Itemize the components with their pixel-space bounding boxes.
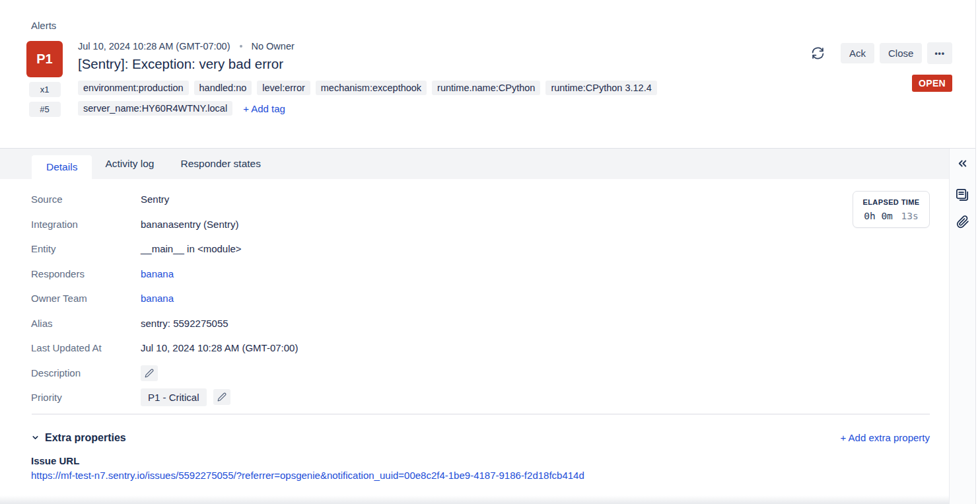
paperclip-icon [956,215,969,229]
field-value: Sentry [141,194,169,205]
field-value: sentry: 5592275055 [141,318,228,329]
tag-chip[interactable]: runtime:CPython 3.12.4 [545,81,656,95]
responders-link[interactable]: banana [141,268,174,279]
add-extra-property-link[interactable]: + Add extra property [841,432,930,443]
elapsed-seconds: 13s [901,211,919,221]
tag-chip[interactable]: mechanism:excepthook [316,81,427,95]
tag-list: environment:production handled:no level:… [78,81,657,116]
attachments-panel-button[interactable] [956,215,969,229]
field-row-alias: Alias sentry: 5592275055 [31,316,930,331]
notes-panel-button[interactable] [955,188,970,203]
breadcrumb[interactable]: Alerts [31,20,56,31]
elapsed-minutes: 0m [881,211,892,221]
field-label: Alias [31,318,141,329]
notes-icon [955,188,970,203]
alert-meta: Jul 10, 2024 10:28 AM (GMT-07:00) No Own… [78,41,657,52]
tag-chip[interactable]: level:error [257,81,310,95]
pencil-icon [145,369,154,378]
field-row-source: Source Sentry [31,192,930,207]
tag-chip[interactable]: runtime.name:CPython [432,81,540,95]
collapse-panel-button[interactable] [956,157,969,170]
field-label: Source [31,194,141,205]
elapsed-hours: 0h [864,211,875,221]
field-row-responders: Responders banana [31,266,930,281]
close-button[interactable]: Close [880,43,922,63]
field-row-entity: Entity __main__ in <module> [31,241,930,256]
field-label: Entity [31,243,141,254]
field-label: Priority [31,392,141,403]
alert-owner: No Owner [252,41,295,52]
alert-header: Alerts P1 x1 #5 Jul 10, 2024 10:28 AM (G… [0,0,980,149]
field-row-priority: Priority P1 - Critical [31,388,930,406]
field-value: Jul 10, 2024 10:28 AM (GMT-07:00) [141,342,298,353]
elapsed-time-label: ELAPSED TIME [858,198,924,206]
field-label: Owner Team [31,293,141,304]
priority-value-chip: P1 - Critical [141,388,207,406]
tab-details[interactable]: Details [32,155,92,179]
refresh-icon[interactable] [811,46,825,60]
section-divider [32,414,930,415]
field-row-last-updated: Last Updated At Jul 10, 2024 10:28 AM (G… [31,340,930,355]
right-rail [949,149,975,504]
owner-team-link[interactable]: banana [141,293,174,304]
field-row-owner-team: Owner Team banana [31,291,930,306]
add-tag-link[interactable]: + Add tag [243,103,285,114]
dot-separator [240,45,242,48]
tab-responder-states[interactable]: Responder states [167,149,274,179]
edit-priority-button[interactable] [213,389,230,405]
field-label: Description [31,367,141,378]
double-chevron-left-icon [956,157,969,170]
field-row-integration: Integration bananasentry (Sentry) [31,217,930,232]
extra-properties-toggle[interactable]: Extra properties [31,432,126,444]
tag-chip[interactable]: environment:production [78,81,189,95]
alert-title: [Sentry]: Exception: very bad error [78,56,657,72]
field-label: Last Updated At [31,342,141,353]
elapsed-time-value: 0h 0m 13s [858,211,924,221]
tag-chip[interactable]: handled:no [194,81,252,95]
field-value: __main__ in <module> [141,243,242,254]
scrollbar-gutter[interactable] [975,0,980,504]
field-label: Responders [31,268,141,279]
elapsed-time-box: ELAPSED TIME 0h 0m 13s [853,191,930,228]
extra-properties-title: Extra properties [45,432,126,444]
scroll-fade [0,495,949,504]
issue-url-link[interactable]: https://mf-test-n7.sentry.io/issues/5592… [31,470,930,481]
chevron-down-icon [31,433,40,442]
issue-url-label: Issue URL [31,455,930,466]
tab-activity-log[interactable]: Activity log [92,149,167,179]
status-badge: OPEN [912,75,952,92]
details-pane: ELAPSED TIME 0h 0m 13s Source Sentry Int… [0,179,949,504]
priority-column: P1 x1 #5 [26,41,63,117]
alert-timestamp: Jul 10, 2024 10:28 AM (GMT-07:00) [78,41,230,52]
edit-description-button[interactable] [141,365,158,381]
tag-chip[interactable]: server_name:HY60R4WTNY.local [78,101,232,116]
count-badge: x1 [29,82,61,97]
field-label: Integration [31,219,141,230]
tiny-id-badge: #5 [29,102,61,117]
alert-detail-page: Alerts P1 x1 #5 Jul 10, 2024 10:28 AM (G… [0,0,980,504]
ack-button[interactable]: Ack [841,43,874,63]
field-value: bananasentry (Sentry) [141,219,238,230]
pencil-icon [217,392,227,402]
field-row-description: Description [31,365,930,381]
tab-bar: Details Activity log Responder states [0,149,949,179]
priority-badge: P1 [26,41,63,77]
more-actions-button[interactable]: ••• [927,42,952,64]
